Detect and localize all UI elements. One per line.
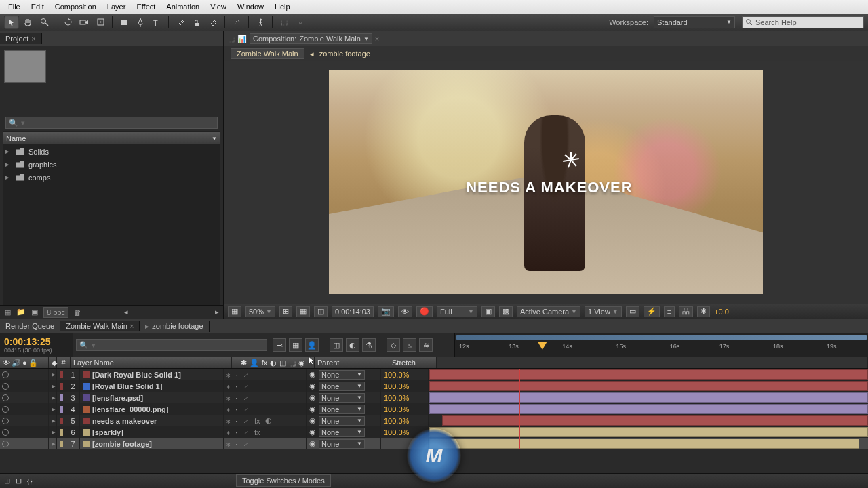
flow-main[interactable]: Zombie Walk Main bbox=[231, 48, 304, 59]
camera-tool[interactable] bbox=[77, 16, 92, 29]
twirl-icon[interactable]: ▸ bbox=[52, 405, 56, 413]
layer-name[interactable]: [zombie footage] bbox=[80, 438, 224, 449]
pickwhip-icon[interactable]: ◉ bbox=[309, 382, 316, 390]
layer-name[interactable]: needs a makeover bbox=[80, 415, 224, 426]
new-comp-icon[interactable]: ▣ bbox=[31, 308, 38, 317]
parent-select[interactable]: None▼ bbox=[319, 382, 365, 391]
visibility-toggle[interactable] bbox=[2, 371, 9, 378]
shy-switch[interactable]: ⁎ bbox=[226, 405, 231, 413]
pickwhip-icon[interactable]: ◉ bbox=[309, 393, 316, 402]
layer-name[interactable]: [Dark Royal Blue Solid 1] bbox=[80, 369, 224, 380]
layer-name[interactable]: [Royal Blue Solid 1] bbox=[80, 380, 224, 392]
twirl-icon[interactable]: ▸ bbox=[52, 439, 56, 448]
safe-zones-icon[interactable]: ⊞ bbox=[279, 306, 292, 317]
project-column-header[interactable]: Name▼ bbox=[3, 131, 220, 145]
menu-window[interactable]: Window bbox=[232, 1, 269, 12]
menu-composition[interactable]: Composition bbox=[50, 1, 102, 12]
stretch-value[interactable]: 100.0% bbox=[384, 371, 409, 379]
comp-tab-main[interactable]: Composition: Zombie Walk Main ▼ bbox=[250, 33, 372, 44]
menu-edit[interactable]: Edit bbox=[26, 1, 50, 12]
parent-select[interactable]: None▼ bbox=[319, 405, 365, 414]
layer-row-2[interactable]: ▸ 2 [Royal Blue Solid 1] ⁎·⟋ ◉ None▼ 100… bbox=[0, 380, 868, 392]
layer-track[interactable] bbox=[429, 426, 868, 438]
graph-editor-toggle[interactable]: ≋ bbox=[419, 338, 433, 352]
fast-previews-icon[interactable]: ⚡ bbox=[644, 306, 660, 317]
selection-tool[interactable] bbox=[4, 16, 19, 29]
stretch-value[interactable]: 100.0% bbox=[384, 417, 409, 425]
folder-solids[interactable]: ▸Solids bbox=[3, 145, 220, 158]
draft-3d-icon[interactable]: ▦ bbox=[289, 338, 302, 352]
pan-behind-tool[interactable] bbox=[93, 16, 108, 29]
layer-track[interactable] bbox=[429, 438, 868, 449]
roi-icon[interactable]: ▣ bbox=[481, 306, 495, 317]
close-icon[interactable]: × bbox=[130, 322, 134, 330]
twirl-icon[interactable]: ▸ bbox=[52, 428, 56, 436]
bpc-toggle[interactable]: 8 bpc bbox=[43, 307, 68, 318]
prev-frame-icon[interactable]: ◂ bbox=[124, 308, 128, 317]
text-tool[interactable]: T bbox=[149, 16, 164, 29]
reset-exposure-icon[interactable]: ✱ bbox=[697, 306, 710, 317]
shy-switch[interactable]: ⁎ bbox=[226, 393, 231, 402]
layer-row-1[interactable]: ▸ 1 [Dark Royal Blue Solid 1] ⁎·⟋ ◉ None… bbox=[0, 369, 868, 380]
tab-render-queue[interactable]: Render Queue bbox=[0, 321, 60, 331]
label-color[interactable] bbox=[60, 441, 63, 447]
roto-brush-tool[interactable] bbox=[229, 16, 244, 29]
twirl-icon[interactable]: ▸ bbox=[52, 416, 56, 425]
layer-bar[interactable] bbox=[442, 415, 868, 426]
resolution-select[interactable]: Full▼ bbox=[437, 306, 477, 317]
menu-file[interactable]: File bbox=[3, 1, 26, 12]
parent-select[interactable]: None▼ bbox=[319, 370, 365, 380]
comp-mini-flowchart-icon[interactable]: ⤙ bbox=[273, 338, 286, 352]
mask-toggle-icon[interactable]: ◫ bbox=[314, 306, 328, 317]
menu-animation[interactable]: Animation bbox=[161, 1, 205, 12]
clone-stamp-tool[interactable] bbox=[189, 16, 204, 29]
hide-shy-icon[interactable]: 👤 bbox=[305, 338, 319, 352]
view-layout-select[interactable]: 1 View▼ bbox=[585, 306, 622, 317]
pickwhip-icon[interactable]: ◉ bbox=[309, 416, 316, 425]
close-icon[interactable]: × bbox=[375, 35, 379, 43]
label-color[interactable] bbox=[60, 383, 63, 390]
stretch-value[interactable]: 100.0% bbox=[384, 405, 409, 413]
layer-track[interactable] bbox=[429, 403, 868, 415]
current-time[interactable]: 0:00:14:03 bbox=[332, 306, 374, 317]
project-tab[interactable]: Project× bbox=[0, 33, 42, 44]
label-color[interactable] bbox=[60, 406, 63, 413]
expand-icon[interactable]: ⊞ bbox=[4, 476, 10, 485]
project-item-list[interactable]: ▸Solids ▸graphics ▸comps bbox=[3, 145, 220, 305]
puppet-tool[interactable] bbox=[253, 16, 268, 29]
twirl-icon[interactable]: ▸ bbox=[52, 393, 56, 402]
layer-row-4[interactable]: ▸ 4 [lensflare_00000.png] ⁎·⟋ ◉ None▼ 10… bbox=[0, 403, 868, 415]
shy-switch[interactable]: ⁎ bbox=[226, 439, 231, 448]
parent-select[interactable]: None▼ bbox=[319, 428, 365, 437]
comp-nesting-icon[interactable]: ⬚ bbox=[228, 35, 235, 43]
folder-comps[interactable]: ▸comps bbox=[3, 171, 220, 184]
exposure-value[interactable]: +0.0 bbox=[714, 308, 729, 316]
rectangle-tool[interactable] bbox=[117, 16, 132, 29]
flow-sub[interactable]: zombie footage bbox=[319, 49, 370, 58]
label-color[interactable] bbox=[60, 394, 63, 401]
pickwhip-icon[interactable]: ◉ bbox=[309, 405, 316, 413]
shy-switch[interactable]: ⁎ bbox=[226, 382, 231, 390]
pen-tool[interactable] bbox=[133, 16, 148, 29]
visibility-toggle[interactable] bbox=[2, 394, 9, 401]
brush-tool[interactable] bbox=[173, 16, 188, 29]
layer-track[interactable] bbox=[429, 380, 868, 392]
layer-name[interactable]: [lensflare.psd] bbox=[80, 392, 224, 403]
show-snapshot-icon[interactable]: 👁 bbox=[398, 306, 412, 317]
transparency-grid-icon[interactable]: ▩ bbox=[499, 306, 513, 317]
graph-editor-icon[interactable]: ⎁ bbox=[403, 338, 416, 352]
camera-select[interactable]: Active Camera▼ bbox=[517, 306, 580, 317]
menu-help[interactable]: Help bbox=[269, 1, 296, 12]
snap-option[interactable]: ▫ bbox=[293, 16, 308, 29]
shy-switch[interactable]: ⁎ bbox=[226, 370, 231, 379]
comp-flowchart-icon[interactable]: 📊 bbox=[237, 35, 247, 43]
composition-viewer[interactable]: NEEDS A MAKEOVER bbox=[224, 61, 868, 304]
hand-tool[interactable] bbox=[20, 16, 35, 29]
layer-track[interactable] bbox=[429, 392, 868, 403]
layer-bar[interactable] bbox=[429, 404, 868, 414]
timeline-search-input[interactable]: 🔍▾ bbox=[76, 339, 267, 351]
stretch-value[interactable]: 100.0% bbox=[384, 428, 409, 436]
current-time-indicator[interactable] bbox=[538, 342, 547, 350]
workspace-select[interactable]: Standard▼ bbox=[654, 16, 735, 28]
snap-toggle[interactable]: ⬚ bbox=[277, 16, 292, 29]
